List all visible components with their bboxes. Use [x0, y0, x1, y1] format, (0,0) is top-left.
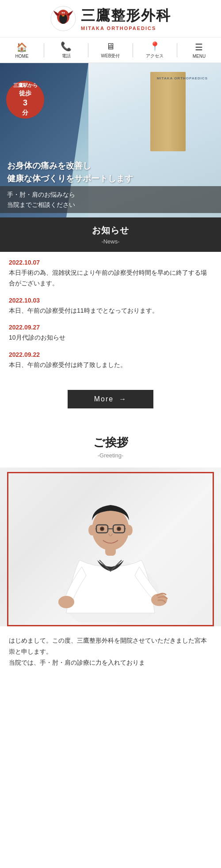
nav-web-label: WEB受付	[101, 53, 120, 59]
news-text-2: 本日、午前の診察受付は11時までとなっております。	[9, 306, 212, 316]
news-text-1: 本日手術の為、混雑状況により午前の診察受付時間を早めに終了する場合がございます。	[9, 268, 212, 289]
nav-home[interactable]: 🏠 HOME	[0, 42, 44, 59]
hero-sub-text2: 当院までご相談ください	[7, 201, 75, 208]
badge-line1: 三鷹駅から	[13, 82, 38, 89]
news-title: お知らせ	[7, 224, 214, 236]
nav-menu-label: MENU	[193, 54, 206, 59]
greeting-text-line1: はじめまして。この度、三鷹整形外科を開院させていただきました宮本崇と申します。	[9, 637, 207, 655]
greeting-text-line2: 当院では、手・肘・肩の診療に力を入れておりま	[9, 659, 145, 666]
more-button[interactable]: More →	[68, 390, 153, 408]
svg-point-4	[62, 12, 63, 14]
logo-text: 三鷹整形外科 MITAKA ORTHOPAEDICS	[81, 6, 171, 31]
logo-icon	[50, 5, 76, 32]
hero-door	[150, 72, 186, 151]
news-date-1: 2022.10.07	[9, 259, 212, 266]
logo-subtitle: MITAKA ORTHOPAEDICS	[81, 26, 171, 31]
hero-main-text: お身体の痛みを改善し健康な体づくりをサポートします	[7, 160, 214, 185]
menu-icon: ☰	[195, 42, 203, 52]
svg-point-17	[118, 528, 120, 530]
news-date-2: 2022.10.03	[9, 297, 212, 304]
news-text-4: 本日、午前の診察受付は終了致しました。	[9, 360, 212, 370]
hero-logo-overlay: MITAKA ORTHOPAEDICS	[157, 76, 208, 80]
nav-phone[interactable]: 📞 電話	[44, 41, 88, 59]
nav-access-label: アクセス	[146, 53, 164, 59]
home-icon: 🏠	[16, 42, 27, 52]
news-date-3: 2022.09.27	[9, 324, 212, 331]
hero-sub-text1: 手・肘・肩のお悩みなら	[7, 191, 75, 198]
main-nav: 🏠 HOME 📞 電話 🖥 WEB受付 📍 アクセス ☰ MENU	[0, 37, 221, 63]
badge-num: 3	[19, 97, 31, 108]
more-button-wrap: More →	[0, 385, 221, 417]
news-item-4: 2022.09.22 本日、午前の診察受付は終了致しました。	[9, 351, 212, 370]
badge-walk: 徒歩3分	[19, 89, 31, 117]
doctor-image	[44, 472, 177, 622]
badge-unit: 分	[19, 108, 31, 117]
badge-line2: 徒歩	[19, 89, 31, 98]
nav-access[interactable]: 📍 アクセス	[133, 41, 177, 59]
greeting-subtitle: -Greeting-	[7, 452, 214, 459]
nav-phone-label: 電話	[62, 53, 71, 59]
greeting-image-wrap	[0, 468, 221, 626]
greeting-paragraph: はじめまして。この度、三鷹整形外科を開院させていただきました宮本崇と申します。 …	[9, 635, 212, 669]
nav-menu[interactable]: ☰ MENU	[177, 42, 221, 59]
greeting-text: はじめまして。この度、三鷹整形外科を開院させていただきました宮本崇と申します。 …	[0, 626, 221, 673]
logo-title: 三鷹整形外科	[81, 6, 171, 26]
news-list: 2022.10.07 本日手術の為、混雑状況により午前の診察受付時間を早めに終了…	[0, 252, 221, 385]
web-icon: 🖥	[106, 41, 115, 52]
access-icon: 📍	[149, 41, 160, 52]
news-item-3: 2022.09.27 10月代診のお知らせ	[9, 324, 212, 343]
phone-icon: 📞	[61, 41, 72, 52]
hero-section: MITAKA ORTHOPAEDICS 三鷹駅から 徒歩3分 お身体の痛みを改善…	[0, 63, 221, 217]
more-label: More	[94, 395, 114, 403]
more-arrow: →	[119, 395, 127, 403]
news-item-2: 2022.10.03 本日、午前の診察受付は11時までとなっております。	[9, 297, 212, 316]
hero-badge: 三鷹駅から 徒歩3分	[6, 81, 44, 119]
hero-sub-box: 手・肘・肩のお悩みなら 当院までご相談ください	[0, 186, 221, 213]
greeting-header: ご挨拶 -Greeting-	[0, 430, 221, 468]
svg-point-19	[126, 525, 133, 535]
site-header: 三鷹整形外科 MITAKA ORTHOPAEDICS	[0, 0, 221, 37]
nav-web[interactable]: 🖥 WEB受付	[88, 41, 132, 59]
hero-text-box: お身体の痛みを改善し健康な体づくりをサポートします	[0, 160, 221, 187]
greeting-title: ご挨拶	[7, 435, 214, 450]
news-item-1: 2022.10.07 本日手術の為、混雑状況により午前の診察受付時間を早めに終了…	[9, 259, 212, 289]
news-header: お知らせ -News-	[0, 217, 221, 252]
svg-point-18	[88, 525, 95, 535]
greeting-section: ご挨拶 -Greeting-	[0, 417, 221, 673]
svg-point-20	[58, 596, 74, 608]
news-date-4: 2022.09.22	[9, 351, 212, 358]
news-subtitle: -News-	[7, 238, 214, 245]
logo: 三鷹整形外科 MITAKA ORTHOPAEDICS	[50, 5, 171, 32]
nav-home-label: HOME	[15, 54, 29, 59]
svg-point-16	[101, 528, 103, 530]
svg-point-5	[64, 12, 65, 14]
news-text-3: 10月代診のお知らせ	[9, 333, 212, 343]
hero-sub-text: 手・肘・肩のお悩みなら 当院までご相談ください	[7, 190, 214, 210]
